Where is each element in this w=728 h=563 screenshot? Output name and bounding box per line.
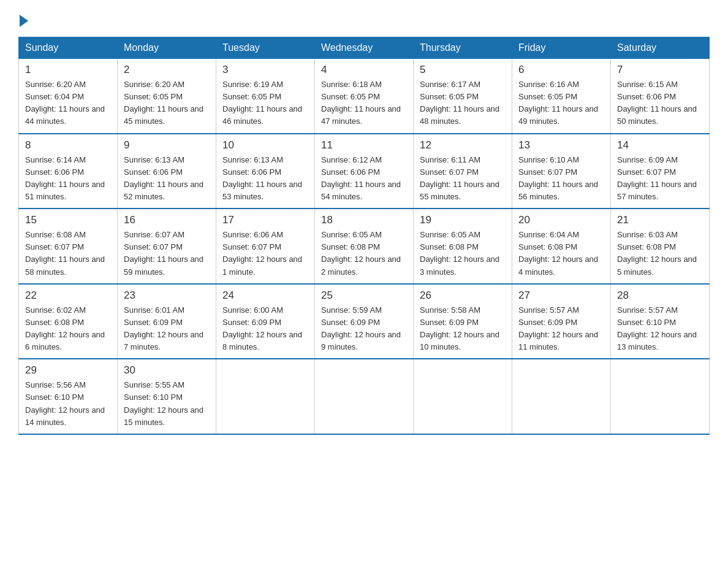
weekday-header-saturday: Saturday: [611, 37, 710, 59]
calendar-day-cell: 23 Sunrise: 6:01 AM Sunset: 6:09 PM Dayl…: [118, 284, 216, 359]
calendar-day-cell: [414, 359, 512, 434]
calendar-week-row: 8 Sunrise: 6:14 AM Sunset: 6:06 PM Dayli…: [19, 134, 710, 209]
weekday-header-thursday: Thursday: [414, 37, 512, 59]
calendar-day-cell: 10 Sunrise: 6:13 AM Sunset: 6:06 PM Dayl…: [216, 134, 315, 209]
calendar-day-cell: 15 Sunrise: 6:08 AM Sunset: 6:07 PM Dayl…: [19, 209, 118, 284]
calendar-day-cell: 3 Sunrise: 6:19 AM Sunset: 6:05 PM Dayli…: [216, 59, 315, 134]
day-number: 26: [420, 289, 506, 302]
day-number: 28: [617, 289, 703, 302]
calendar-week-row: 22 Sunrise: 6:02 AM Sunset: 6:08 PM Dayl…: [19, 284, 710, 359]
day-number: 17: [222, 214, 308, 226]
day-number: 13: [518, 139, 604, 151]
day-number: 2: [124, 64, 210, 76]
day-info: Sunrise: 6:04 AM Sunset: 6:08 PM Dayligh…: [518, 229, 604, 278]
calendar-day-cell: 25 Sunrise: 5:59 AM Sunset: 6:09 PM Dayl…: [315, 284, 414, 359]
day-number: 20: [518, 214, 604, 226]
calendar-day-cell: 16 Sunrise: 6:07 AM Sunset: 6:07 PM Dayl…: [118, 209, 216, 284]
day-number: 24: [222, 289, 308, 302]
day-number: 1: [25, 64, 111, 76]
calendar-day-cell: 24 Sunrise: 6:00 AM Sunset: 6:09 PM Dayl…: [216, 284, 315, 359]
calendar-day-cell: 26 Sunrise: 5:58 AM Sunset: 6:09 PM Dayl…: [414, 284, 512, 359]
calendar-day-cell: 13 Sunrise: 6:10 AM Sunset: 6:07 PM Dayl…: [512, 134, 611, 209]
calendar-day-cell: 19 Sunrise: 6:05 AM Sunset: 6:08 PM Dayl…: [414, 209, 512, 284]
day-info: Sunrise: 5:57 AM Sunset: 6:10 PM Dayligh…: [617, 304, 703, 354]
day-info: Sunrise: 6:19 AM Sunset: 6:05 PM Dayligh…: [222, 79, 308, 128]
calendar-day-cell: [611, 359, 710, 434]
calendar-day-cell: [315, 359, 414, 434]
day-info: Sunrise: 6:20 AM Sunset: 6:05 PM Dayligh…: [124, 79, 210, 128]
day-info: Sunrise: 6:13 AM Sunset: 6:06 PM Dayligh…: [222, 154, 308, 204]
day-info: Sunrise: 6:12 AM Sunset: 6:06 PM Dayligh…: [321, 154, 407, 204]
day-number: 15: [25, 214, 111, 226]
weekday-header-monday: Monday: [118, 37, 216, 59]
day-info: Sunrise: 6:05 AM Sunset: 6:08 PM Dayligh…: [321, 229, 407, 278]
day-info: Sunrise: 6:01 AM Sunset: 6:09 PM Dayligh…: [124, 304, 210, 354]
calendar-day-cell: 6 Sunrise: 6:16 AM Sunset: 6:05 PM Dayli…: [512, 59, 611, 134]
day-info: Sunrise: 6:20 AM Sunset: 6:04 PM Dayligh…: [25, 79, 111, 128]
calendar-day-cell: 28 Sunrise: 5:57 AM Sunset: 6:10 PM Dayl…: [611, 284, 710, 359]
calendar-day-cell: 5 Sunrise: 6:17 AM Sunset: 6:05 PM Dayli…: [414, 59, 512, 134]
weekday-header-tuesday: Tuesday: [216, 37, 315, 59]
day-number: 21: [617, 214, 703, 226]
day-number: 6: [518, 64, 604, 76]
day-number: 18: [321, 214, 407, 226]
day-number: 5: [420, 64, 506, 76]
calendar-week-row: 1 Sunrise: 6:20 AM Sunset: 6:04 PM Dayli…: [19, 59, 710, 134]
day-info: Sunrise: 6:00 AM Sunset: 6:09 PM Dayligh…: [222, 304, 308, 354]
calendar-day-cell: 9 Sunrise: 6:13 AM Sunset: 6:06 PM Dayli…: [118, 134, 216, 209]
calendar-day-cell: [216, 359, 315, 434]
calendar-table: SundayMondayTuesdayWednesdayThursdayFrid…: [18, 37, 710, 435]
calendar-day-cell: 29 Sunrise: 5:56 AM Sunset: 6:10 PM Dayl…: [19, 359, 118, 434]
day-number: 30: [124, 364, 210, 377]
calendar-day-cell: 14 Sunrise: 6:09 AM Sunset: 6:07 PM Dayl…: [611, 134, 710, 209]
day-info: Sunrise: 6:15 AM Sunset: 6:06 PM Dayligh…: [617, 79, 703, 128]
day-info: Sunrise: 6:09 AM Sunset: 6:07 PM Dayligh…: [617, 154, 703, 204]
day-info: Sunrise: 6:08 AM Sunset: 6:07 PM Dayligh…: [25, 229, 111, 278]
day-number: 14: [617, 139, 703, 151]
calendar-week-row: 29 Sunrise: 5:56 AM Sunset: 6:10 PM Dayl…: [19, 359, 710, 434]
calendar-day-cell: 30 Sunrise: 5:55 AM Sunset: 6:10 PM Dayl…: [118, 359, 216, 434]
calendar-body: 1 Sunrise: 6:20 AM Sunset: 6:04 PM Dayli…: [19, 59, 710, 434]
day-number: 16: [124, 214, 210, 226]
calendar-day-cell: 12 Sunrise: 6:11 AM Sunset: 6:07 PM Dayl…: [414, 134, 512, 209]
day-info: Sunrise: 6:18 AM Sunset: 6:05 PM Dayligh…: [321, 79, 407, 128]
day-number: 25: [321, 289, 407, 302]
day-number: 12: [420, 139, 506, 151]
day-number: 27: [518, 289, 604, 302]
day-info: Sunrise: 5:57 AM Sunset: 6:09 PM Dayligh…: [518, 304, 604, 354]
day-info: Sunrise: 6:02 AM Sunset: 6:08 PM Dayligh…: [25, 304, 111, 354]
day-number: 3: [222, 64, 308, 76]
day-number: 11: [321, 139, 407, 151]
calendar-day-cell: 21 Sunrise: 6:03 AM Sunset: 6:08 PM Dayl…: [611, 209, 710, 284]
calendar-day-cell: 18 Sunrise: 6:05 AM Sunset: 6:08 PM Dayl…: [315, 209, 414, 284]
day-info: Sunrise: 6:07 AM Sunset: 6:07 PM Dayligh…: [124, 229, 210, 278]
day-number: 7: [617, 64, 703, 76]
day-info: Sunrise: 6:17 AM Sunset: 6:05 PM Dayligh…: [420, 79, 506, 128]
day-number: 29: [25, 364, 111, 377]
calendar-week-row: 15 Sunrise: 6:08 AM Sunset: 6:07 PM Dayl…: [19, 209, 710, 284]
day-info: Sunrise: 5:55 AM Sunset: 6:10 PM Dayligh…: [124, 379, 210, 429]
day-info: Sunrise: 6:06 AM Sunset: 6:07 PM Dayligh…: [222, 229, 308, 278]
calendar-day-cell: 7 Sunrise: 6:15 AM Sunset: 6:06 PM Dayli…: [611, 59, 710, 134]
day-number: 8: [25, 139, 111, 151]
calendar-header: SundayMondayTuesdayWednesdayThursdayFrid…: [19, 37, 710, 59]
day-info: Sunrise: 6:14 AM Sunset: 6:06 PM Dayligh…: [25, 154, 111, 204]
header: [18, 12, 710, 25]
calendar-day-cell: [512, 359, 611, 434]
calendar-day-cell: 8 Sunrise: 6:14 AM Sunset: 6:06 PM Dayli…: [19, 134, 118, 209]
calendar-day-cell: 22 Sunrise: 6:02 AM Sunset: 6:08 PM Dayl…: [19, 284, 118, 359]
logo: [18, 12, 28, 25]
calendar-day-cell: 1 Sunrise: 6:20 AM Sunset: 6:04 PM Dayli…: [19, 59, 118, 134]
day-info: Sunrise: 6:03 AM Sunset: 6:08 PM Dayligh…: [617, 229, 703, 278]
weekday-header-wednesday: Wednesday: [315, 37, 414, 59]
day-info: Sunrise: 6:05 AM Sunset: 6:08 PM Dayligh…: [420, 229, 506, 278]
logo-arrow-icon: [20, 15, 28, 27]
calendar-day-cell: 4 Sunrise: 6:18 AM Sunset: 6:05 PM Dayli…: [315, 59, 414, 134]
calendar-day-cell: 11 Sunrise: 6:12 AM Sunset: 6:06 PM Dayl…: [315, 134, 414, 209]
calendar-day-cell: 2 Sunrise: 6:20 AM Sunset: 6:05 PM Dayli…: [118, 59, 216, 134]
calendar-day-cell: 20 Sunrise: 6:04 AM Sunset: 6:08 PM Dayl…: [512, 209, 611, 284]
calendar-day-cell: 17 Sunrise: 6:06 AM Sunset: 6:07 PM Dayl…: [216, 209, 315, 284]
weekday-header-friday: Friday: [512, 37, 611, 59]
day-number: 4: [321, 64, 407, 76]
weekday-header-sunday: Sunday: [19, 37, 118, 59]
